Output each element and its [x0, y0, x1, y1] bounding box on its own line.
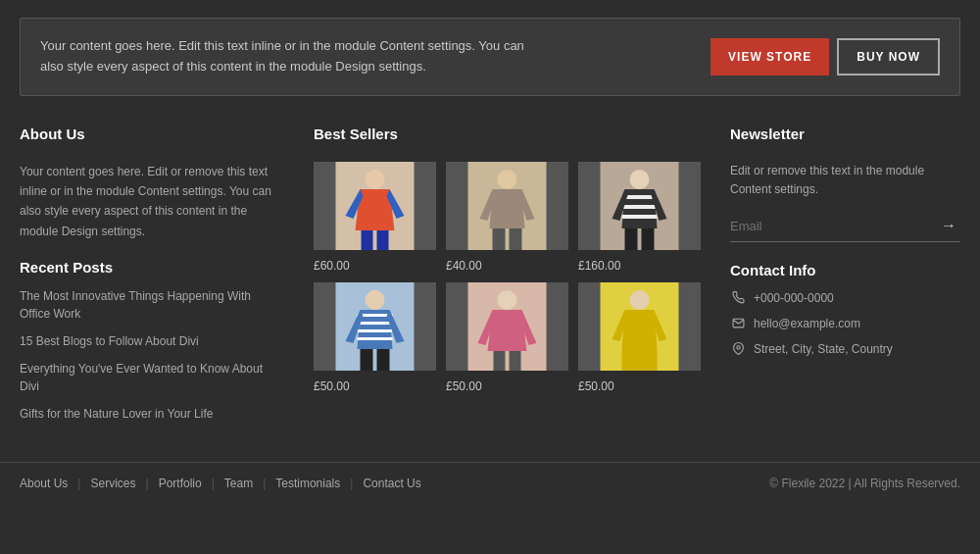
contact-address: Street, City, State, Country: [730, 341, 960, 357]
product-item[interactable]: £40.00: [446, 162, 568, 273]
svg-point-48: [736, 346, 739, 349]
svg-rect-30: [358, 337, 393, 340]
email-address: hello@example.com: [754, 317, 860, 330]
footer-nav-item-contact-us[interactable]: Contact Us: [353, 477, 430, 490]
location-icon: [730, 341, 746, 357]
svg-rect-34: [377, 349, 390, 371]
product-price: £50.00: [446, 379, 482, 393]
product-price: £160.00: [578, 259, 620, 273]
footer-nav-item-about-us[interactable]: About Us: [20, 477, 77, 490]
product-image: [446, 162, 568, 250]
about-us-column: About Us Your content goes here. Edit or…: [20, 126, 284, 433]
footer-copyright: © Flexile 2022 | All Rights Reserved.: [769, 477, 960, 490]
footer-nav-item-services[interactable]: Services: [80, 477, 145, 490]
svg-rect-40: [494, 351, 506, 371]
svg-rect-22: [625, 228, 638, 250]
product-item[interactable]: £50.00: [446, 282, 568, 393]
phone-number: +000-000-0000: [754, 291, 834, 305]
svg-rect-29: [358, 329, 393, 332]
banner-text: Your content goes here. Edit this text i…: [40, 36, 530, 77]
email-form: →: [730, 215, 960, 242]
recent-post-item[interactable]: 15 Best Blogs to Follow About Divi: [20, 332, 284, 350]
newsletter-column: Newsletter Edit or remove this text in t…: [730, 126, 960, 433]
product-item[interactable]: £160.00: [578, 162, 701, 273]
product-image: [578, 162, 701, 250]
recent-post-item[interactable]: Gifts for the Nature Lover in Your Life: [20, 405, 284, 423]
product-grid: £60.00 £40.00 £160.00: [314, 162, 701, 393]
email-submit-button[interactable]: →: [937, 217, 960, 234]
street-address: Street, City, State, Country: [754, 342, 893, 356]
svg-rect-47: [622, 349, 658, 371]
svg-point-36: [498, 290, 517, 310]
email-input[interactable]: [730, 215, 937, 237]
svg-rect-28: [358, 322, 393, 325]
product-item[interactable]: £50.00: [314, 282, 436, 393]
product-image: [446, 282, 568, 371]
footer-nav-item-portfolio[interactable]: Portfolio: [149, 477, 212, 490]
email-icon: [730, 316, 746, 331]
svg-rect-19: [622, 215, 658, 219]
svg-rect-6: [377, 230, 389, 250]
recent-posts-list: The Most Innovative Things Happening Wit…: [20, 287, 284, 423]
footer-nav-item-testimonials[interactable]: Testimonials: [266, 477, 350, 490]
buy-now-button[interactable]: BUY NOW: [837, 38, 940, 76]
product-item[interactable]: £50.00: [578, 282, 701, 393]
phone-icon: [730, 290, 746, 306]
recent-posts-heading: Recent Posts: [20, 259, 284, 276]
product-price: £50.00: [578, 379, 614, 393]
footer-nav-item-team[interactable]: Team: [215, 477, 263, 490]
newsletter-heading: Newsletter: [730, 126, 960, 148]
banner-buttons: VIEW STORE BUY NOW: [710, 38, 940, 76]
svg-point-43: [630, 290, 650, 310]
view-store-button[interactable]: VIEW STORE: [710, 38, 829, 76]
best-sellers-heading: Best Sellers: [314, 126, 701, 148]
newsletter-description: Edit or remove this text in the module C…: [730, 162, 960, 199]
svg-rect-18: [622, 205, 658, 209]
svg-point-25: [366, 290, 385, 310]
footer-nav: About Us|Services|Portfolio|Team|Testimo…: [20, 477, 431, 490]
recent-post-item[interactable]: The Most Innovative Things Happening Wit…: [20, 287, 284, 323]
footer-bottom: About Us|Services|Portfolio|Team|Testimo…: [0, 462, 980, 504]
footer-content: About Us Your content goes here. Edit or…: [0, 116, 980, 453]
banner-section: Your content goes here. Edit this text i…: [20, 18, 960, 96]
product-price: £50.00: [314, 379, 350, 393]
product-price: £60.00: [314, 259, 350, 273]
svg-point-8: [498, 170, 517, 189]
svg-rect-33: [361, 349, 373, 371]
svg-rect-41: [510, 351, 521, 371]
about-us-description: Your content goes here. Edit or remove t…: [20, 162, 284, 242]
svg-point-1: [366, 170, 385, 189]
about-us-heading: About Us: [20, 126, 284, 148]
best-sellers-column: Best Sellers £60.00 £40.00: [304, 126, 710, 433]
contact-phone: +000-000-0000: [730, 290, 960, 306]
contact-email: hello@example.com: [730, 316, 960, 331]
recent-post-item[interactable]: Everything You've Ever Wanted to Know Ab…: [20, 360, 284, 395]
product-image: [578, 282, 701, 371]
product-image: [314, 162, 436, 250]
svg-rect-13: [510, 228, 522, 250]
product-image: [314, 282, 436, 371]
svg-rect-5: [362, 230, 373, 250]
product-price: £40.00: [446, 259, 482, 273]
product-item[interactable]: £60.00: [314, 162, 436, 273]
svg-point-15: [630, 170, 650, 189]
contact-info-heading: Contact Info: [730, 262, 960, 278]
svg-rect-12: [493, 228, 506, 250]
svg-rect-23: [642, 228, 655, 250]
